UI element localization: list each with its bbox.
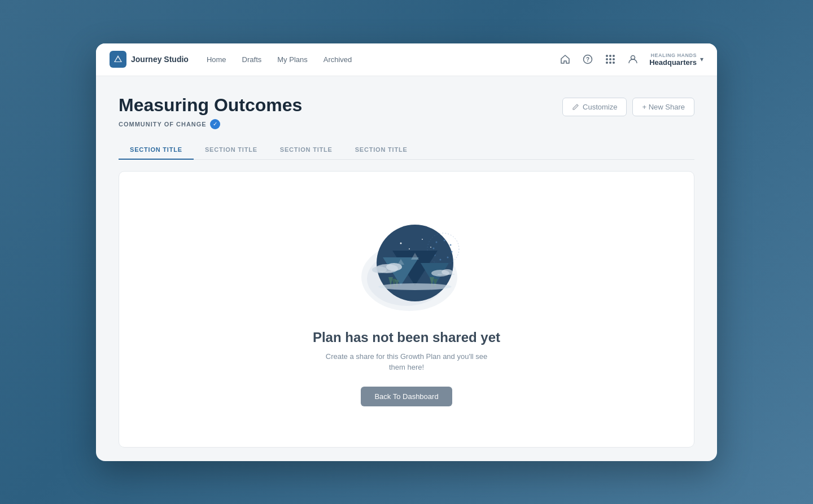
svg-point-14: [440, 258, 442, 260]
tab-section-2[interactable]: SECTION TITLE: [194, 141, 269, 160]
org-text: HEALING HANDS Headquarters: [649, 52, 697, 67]
svg-point-9: [436, 241, 438, 243]
nav-archived[interactable]: Archived: [324, 55, 352, 64]
svg-text:?: ?: [586, 56, 589, 63]
svg-point-13: [447, 256, 449, 258]
chevron-down-icon: ▾: [700, 55, 703, 63]
tab-section-1[interactable]: SECTION TITLE: [119, 141, 194, 160]
empty-state-title: Plan has not been shared yet: [313, 330, 500, 345]
nav-logo[interactable]: Journey Studio: [110, 51, 189, 68]
nav-home[interactable]: Home: [207, 55, 226, 64]
new-share-button[interactable]: + New Share: [632, 98, 694, 116]
subtitle-text: COMMUNITY OF CHANGE: [119, 121, 207, 128]
help-icon[interactable]: ?: [582, 53, 594, 65]
page-title: Measuring Outcomes: [119, 94, 302, 116]
svg-point-11: [450, 244, 452, 246]
nav-right: ? HEALING HANDS Headquarters: [559, 52, 703, 67]
svg-point-31: [372, 266, 387, 273]
navbar: Journey Studio Home Drafts My Plans Arch…: [96, 43, 717, 76]
svg-point-44: [378, 283, 452, 290]
nav-drafts[interactable]: Drafts: [242, 55, 262, 64]
page-header: Measuring Outcomes COMMUNITY OF CHANGE ✓…: [119, 94, 694, 129]
logo-icon: [110, 51, 126, 68]
empty-state-subtitle: Create a share for this Growth Plan and …: [326, 351, 487, 373]
svg-point-18: [422, 239, 423, 240]
app-window: Journey Studio Home Drafts My Plans Arch…: [96, 43, 717, 461]
nav-links: Home Drafts My Plans Archived: [207, 55, 559, 64]
title-section: Measuring Outcomes COMMUNITY OF CHANGE ✓: [119, 94, 302, 129]
back-to-dashboard-button[interactable]: Back To Dashboard: [361, 387, 452, 406]
svg-point-12: [451, 251, 453, 252]
tab-section-4[interactable]: SECTION TITLE: [344, 141, 419, 160]
svg-point-20: [409, 248, 410, 249]
customize-button[interactable]: Customize: [562, 98, 627, 116]
nav-my-plans[interactable]: My Plans: [277, 55, 307, 64]
header-actions: Customize + New Share: [562, 98, 694, 116]
section-tabs: SECTION TITLE SECTION TITLE SECTION TITL…: [119, 141, 694, 160]
tab-section-3[interactable]: SECTION TITLE: [269, 141, 344, 160]
home-icon[interactable]: [559, 53, 571, 65]
svg-point-17: [400, 242, 402, 244]
org-label: HEALING HANDS: [650, 52, 697, 58]
page-subtitle: COMMUNITY OF CHANGE ✓: [119, 119, 302, 129]
customize-label: Customize: [583, 103, 617, 111]
svg-point-19: [430, 247, 431, 248]
grid-icon[interactable]: [604, 53, 617, 65]
svg-point-16: [433, 247, 435, 249]
org-selector[interactable]: HEALING HANDS Headquarters ▾: [649, 52, 703, 67]
svg-point-10: [444, 239, 445, 241]
verified-badge: ✓: [210, 119, 220, 129]
user-icon[interactable]: [627, 53, 639, 65]
main-content: Measuring Outcomes COMMUNITY OF CHANGE ✓…: [96, 76, 717, 461]
logo-text: Journey Studio: [131, 55, 189, 64]
svg-point-30: [386, 263, 402, 271]
org-name: Headquarters: [649, 58, 697, 67]
empty-state-illustration: [327, 212, 486, 314]
content-area: Plan has not been shared yet Create a sh…: [119, 171, 694, 448]
new-share-label: + New Share: [642, 103, 685, 111]
